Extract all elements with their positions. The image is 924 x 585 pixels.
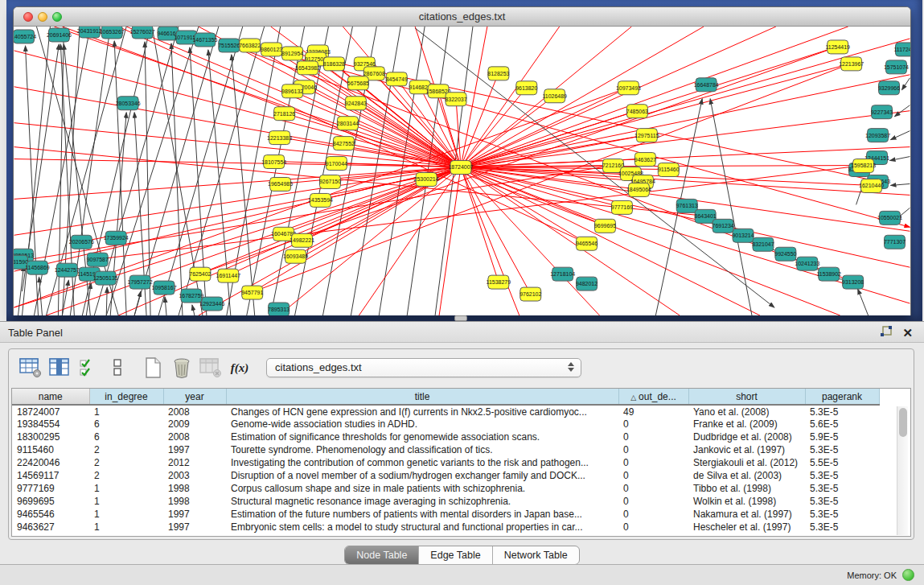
graph-node[interactable]: 9242843 bbox=[345, 97, 367, 110]
graph-node[interactable]: 10653267 bbox=[100, 27, 125, 39]
graph-node[interactable]: 12213967 bbox=[839, 57, 864, 71]
table-cell[interactable]: 1 bbox=[89, 521, 163, 534]
table-cell[interactable]: 0 bbox=[618, 482, 688, 495]
table-cell[interactable]: 1998 bbox=[163, 482, 226, 495]
table-cell[interactable]: 0 bbox=[618, 508, 688, 521]
modify-table-icon[interactable] bbox=[17, 354, 44, 381]
graph-node[interactable]: 9227343 bbox=[871, 105, 893, 119]
graph-node[interactable]: 25300214 bbox=[414, 172, 439, 186]
graph-node[interactable]: 7663822 bbox=[239, 39, 261, 52]
graph-node[interactable]: 12093587 bbox=[865, 129, 890, 142]
graph-node[interactable]: 9762102 bbox=[519, 287, 541, 301]
graph-node[interactable]: 14982221 bbox=[290, 233, 314, 247]
graph-node[interactable]: 10973493 bbox=[616, 81, 641, 95]
graph-node[interactable]: 9170044 bbox=[326, 157, 347, 171]
graph-node[interactable]: 9699695 bbox=[594, 219, 616, 233]
table-cell[interactable]: 5.3E-5 bbox=[805, 521, 879, 534]
graph-node[interactable]: 15751074 bbox=[884, 60, 909, 74]
table-row[interactable]: 969969511998Structural magnetic resonanc… bbox=[12, 495, 879, 508]
table-cell[interactable]: 2008 bbox=[163, 431, 226, 443]
table-row[interactable]: 946554611997Estimation of the future num… bbox=[12, 508, 879, 521]
graph-node[interactable]: 10550021 bbox=[877, 211, 902, 225]
graph-node[interactable]: 9761313 bbox=[676, 199, 698, 212]
graph-node[interactable]: 8912954 bbox=[281, 47, 303, 60]
graph-node[interactable]: 8186328 bbox=[323, 57, 345, 71]
table-cell[interactable]: Disruption of a novel member of a sodium… bbox=[226, 469, 618, 482]
table-cell[interactable]: Estimation of the future numbers of pati… bbox=[226, 508, 618, 521]
graph-node[interactable]: 9463627 bbox=[634, 153, 656, 167]
table-cell[interactable]: 2009 bbox=[163, 418, 226, 431]
table-cell[interactable]: 1 bbox=[89, 508, 163, 521]
graph-node[interactable]: 12923446 bbox=[199, 297, 224, 311]
new-file-icon[interactable] bbox=[139, 354, 166, 381]
graph-node[interactable]: 14055724 bbox=[14, 30, 36, 43]
graph-node[interactable]: 16911447 bbox=[216, 269, 241, 282]
table-cell[interactable]: 1 bbox=[89, 405, 163, 418]
graph-node[interactable]: 11456869 bbox=[25, 261, 50, 274]
graph-node[interactable]: 7515526 bbox=[218, 39, 240, 52]
table-cell[interactable]: 9463627 bbox=[12, 521, 89, 534]
graph-node[interactable]: 14671355 bbox=[192, 33, 217, 47]
graph-node[interactable]: 18107554 bbox=[261, 155, 286, 169]
table-cell[interactable]: Franke et al. (2009) bbox=[688, 418, 805, 431]
column-header-year[interactable]: year bbox=[163, 389, 226, 405]
graph-node[interactable]: 8128253 bbox=[487, 67, 509, 80]
table-cell[interactable]: 18300295 bbox=[12, 431, 89, 443]
graph-node[interactable]: 28053346 bbox=[116, 97, 141, 110]
graph-node[interactable]: 9924550 bbox=[774, 247, 796, 261]
table-cell[interactable]: 5.3E-5 bbox=[805, 405, 879, 418]
table-cell[interactable]: Genome-wide association studies in ADHD. bbox=[226, 418, 618, 431]
graph-node[interactable]: 16093489 bbox=[283, 249, 308, 263]
table-cell[interactable]: 1 bbox=[89, 495, 163, 508]
table-cell[interactable]: 19384554 bbox=[12, 418, 89, 431]
graph-node[interactable]: 9465546 bbox=[576, 237, 598, 250]
graph-node[interactable]: 11172452 bbox=[893, 43, 910, 56]
graph-node[interactable]: 5675685 bbox=[347, 76, 369, 90]
table-cell[interactable]: Tibbo et al. (1998) bbox=[688, 482, 805, 495]
table-row[interactable]: 946362711997Embryonic stem cells: a mode… bbox=[12, 521, 879, 534]
table-cell[interactable]: 0 bbox=[618, 495, 688, 508]
selection-mode-icon[interactable] bbox=[75, 354, 102, 381]
window-titlebar[interactable]: citations_edges.txt bbox=[14, 7, 910, 27]
graph-node[interactable]: 10241233 bbox=[795, 257, 819, 270]
table-cell[interactable]: 0 bbox=[618, 418, 688, 431]
graph-node[interactable]: 10958167 bbox=[152, 281, 177, 295]
table-row[interactable]: 977716911998Corpus callosum shape and si… bbox=[12, 482, 879, 495]
table-cell[interactable]: Tourette syndrome. Phenomenology and cla… bbox=[226, 443, 618, 456]
table-cell[interactable]: 5.6E-5 bbox=[805, 418, 879, 431]
graph-node[interactable]: 17359924 bbox=[104, 231, 129, 245]
table-cell[interactable]: 0 bbox=[618, 443, 688, 456]
table-cell[interactable]: 9115460 bbox=[12, 443, 89, 456]
table-row[interactable]: 911546021997Tourette syndrome. Phenomeno… bbox=[12, 443, 879, 456]
table-cell[interactable]: Jankovic et al. (1997) bbox=[688, 443, 805, 456]
graph-node[interactable]: 9097587 bbox=[87, 253, 109, 266]
table-cell[interactable]: 1 bbox=[89, 482, 163, 495]
table-cell[interactable]: 0 bbox=[618, 521, 688, 534]
graph-node[interactable]: 8322037 bbox=[445, 93, 466, 106]
table-cell[interactable]: 6 bbox=[89, 418, 163, 431]
graph-node[interactable]: 11026489 bbox=[542, 89, 567, 103]
table-cell[interactable]: 14569117 bbox=[12, 469, 89, 482]
table-cell[interactable]: 2003 bbox=[163, 469, 226, 482]
column-header-name[interactable]: name bbox=[12, 389, 89, 405]
graph-node[interactable]: 9860123 bbox=[261, 43, 282, 56]
table-cell[interactable]: Yano et al. (2008) bbox=[688, 405, 805, 418]
table-cell[interactable]: 1997 bbox=[163, 508, 226, 521]
table-cell[interactable]: 1998 bbox=[163, 495, 226, 508]
table-cell[interactable]: 5.3E-5 bbox=[805, 443, 879, 456]
graph-node[interactable]: 12442757 bbox=[55, 263, 80, 277]
table-row[interactable]: 1830029562008Estimation of significance … bbox=[12, 431, 879, 443]
tab-node-table[interactable]: Node Table bbox=[345, 546, 418, 564]
table-cell[interactable]: 49 bbox=[618, 405, 688, 418]
table-cell[interactable]: Investigating the contribution of common… bbox=[226, 456, 618, 469]
table-cell[interactable]: 2008 bbox=[163, 405, 226, 418]
table-cell[interactable]: 2 bbox=[89, 456, 163, 469]
row-height-icon[interactable] bbox=[104, 354, 131, 381]
tab-network-table[interactable]: Network Table bbox=[492, 546, 579, 564]
table-cell[interactable]: 0 bbox=[618, 456, 688, 469]
table-cell[interactable]: 5.5E-5 bbox=[805, 456, 879, 469]
graph-node[interactable]: 18495064 bbox=[626, 183, 651, 196]
table-row[interactable]: 1872400712008Changes of HCN gene express… bbox=[12, 405, 879, 418]
graph-node[interactable]: 9115460 bbox=[658, 163, 680, 177]
table-scrollbar-thumb[interactable] bbox=[899, 408, 907, 437]
